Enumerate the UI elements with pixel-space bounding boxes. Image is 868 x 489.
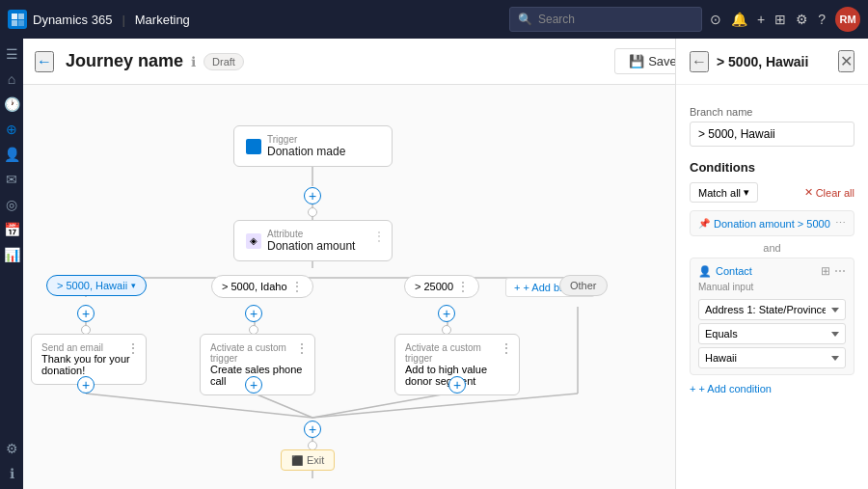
attribute-title: Donation amount [267, 239, 355, 253]
and-separator: and [690, 242, 854, 254]
menu-icon[interactable]: ☰ [6, 46, 18, 62]
branch-25000-more[interactable]: ⋮ [457, 280, 469, 293]
exit-icon: ⬛ [291, 455, 303, 466]
branch-hawaii-chevron: ▾ [131, 281, 136, 290]
plus-icon[interactable]: + [757, 12, 765, 27]
add-below-segment[interactable]: + [448, 376, 466, 394]
app-name: Dynamics 365 [33, 13, 112, 27]
action-email-more[interactable]: ⋮ [126, 340, 140, 356]
contacts-icon[interactable]: 👤 [4, 147, 20, 162]
analytics-icon[interactable]: 📊 [4, 247, 20, 262]
svg-rect-0 [12, 14, 17, 19]
sub-condition-contact: 👤 Contact ⊞ ⋯ Manual input Address 1: St… [690, 258, 854, 375]
panel-close-button[interactable]: ✕ [838, 50, 854, 72]
filter-icon[interactable]: ⊞ [774, 12, 786, 27]
calendar-icon[interactable]: 📅 [4, 222, 20, 237]
panel-title: > 5000, Hawaii [717, 54, 808, 69]
top-nav: Dynamics 365 | Marketing 🔍 Search ⊙ 🔔 + … [0, 0, 868, 39]
journey-icon[interactable]: ⊕ [6, 122, 17, 137]
attribute-label: Attribute [267, 229, 355, 239]
clear-all-button[interactable]: ✕ Clear all [804, 186, 854, 199]
attribute-node[interactable]: ◈ Attribute Donation amount ⋮ [233, 220, 393, 261]
branch-25000-label: > 25000 [415, 281, 453, 292]
dynamics-icon [8, 10, 27, 29]
app-logo: Dynamics 365 | Marketing [8, 10, 190, 29]
help-icon[interactable]: ? [818, 12, 826, 27]
action-email-type: Send an email [41, 342, 136, 353]
branch-name-input[interactable] [690, 122, 854, 147]
add-after-trigger[interactable]: + [304, 187, 321, 204]
add-under-b3[interactable]: + [438, 305, 455, 322]
home-icon[interactable]: ⌂ [8, 71, 15, 87]
svg-line-18 [86, 394, 312, 418]
action-phone-type: Activate a custom trigger [210, 342, 305, 364]
bell-icon[interactable]: 🔔 [731, 12, 747, 27]
trigger-title: Donation made [267, 145, 345, 158]
add-converge[interactable]: + [304, 421, 321, 438]
branch-idaho[interactable]: > 5000, Idaho ⋮ [211, 275, 313, 298]
sub-cond-header: 👤 Contact ⊞ ⋯ [698, 264, 846, 278]
condition-1-link[interactable]: 📌 Donation amount > 5000 ⋯ [698, 217, 846, 230]
panel-header: ← > 5000, Hawaii ✕ [676, 39, 868, 85]
panel-body: Branch name Conditions Match all ▾ ✕ Cle… [676, 85, 868, 406]
page-title: Journey name [66, 51, 183, 71]
condition-1-more[interactable]: ⋯ [835, 217, 846, 230]
target-icon[interactable]: ⊙ [710, 12, 721, 27]
info-icon[interactable]: ℹ [10, 466, 14, 481]
branch-hawaii[interactable]: > 5000, Hawaii ▾ [46, 275, 147, 296]
action-segment-type: Activate a custom trigger [405, 342, 509, 364]
svg-line-19 [255, 394, 312, 418]
exit-label: Exit [307, 454, 324, 466]
avatar[interactable]: RM [835, 7, 860, 32]
equals-select[interactable]: Equals [698, 323, 846, 344]
sub-cond-more[interactable]: ⋯ [834, 264, 846, 278]
info-circle-icon: ℹ [191, 54, 196, 69]
manual-input-label: Manual input [698, 282, 846, 292]
branch-hawaii-label: > 5000, Hawaii [57, 280, 127, 291]
branch-other[interactable]: Other [559, 275, 608, 296]
segment-icon[interactable]: ◎ [6, 197, 17, 212]
branch-25000[interactable]: > 25000 ⋮ [404, 275, 479, 298]
search-placeholder: Search [538, 13, 575, 26]
save-icon: 💾 [629, 54, 644, 68]
svg-line-20 [312, 394, 448, 418]
svg-rect-3 [18, 20, 24, 26]
state-province-select[interactable]: Address 1: State/Province [698, 299, 846, 320]
hawaii-select[interactable]: Hawaii [698, 347, 846, 368]
sub-cond-grid-icon[interactable]: ⊞ [821, 264, 830, 278]
action-phone-more[interactable]: ⋮ [295, 340, 309, 356]
email-icon[interactable]: ✉ [6, 172, 17, 187]
match-all-button[interactable]: Match all ▾ [690, 182, 758, 203]
conditions-title: Conditions [690, 160, 854, 175]
add-condition-icon: + [690, 383, 695, 394]
back-button[interactable]: ← [35, 51, 54, 72]
add-below-email[interactable]: + [77, 376, 95, 394]
exit-node: ⬛ Exit [281, 449, 335, 471]
attribute-more[interactable]: ⋮ [372, 229, 386, 244]
trigger-label: Trigger [267, 134, 345, 145]
settings-icon[interactable]: ⚙ [796, 12, 808, 27]
conditions-header: Match all ▾ ✕ Clear all [690, 182, 854, 203]
left-sidebar: ☰ ⌂ 🕐 ⊕ 👤 ✉ ◎ 📅 📊 ⚙ ℹ [0, 39, 23, 489]
action-segment-more[interactable]: ⋮ [500, 340, 513, 356]
clear-icon: ✕ [804, 186, 813, 199]
branch-other-label: Other [570, 280, 597, 291]
add-condition-button[interactable]: + + Add condition [690, 383, 772, 394]
trigger-node[interactable]: Trigger Donation made [233, 125, 393, 167]
search-bar[interactable]: 🔍 Search [509, 7, 702, 32]
branch-idaho-more[interactable]: ⋮ [291, 280, 303, 293]
svg-line-22 [312, 394, 578, 418]
status-badge: Draft [203, 53, 244, 70]
panel-back-button[interactable]: ← [690, 51, 709, 72]
branch-detail-panel: ← > 5000, Hawaii ✕ Branch name Condition… [675, 39, 868, 489]
branch-name-label: Branch name [690, 106, 854, 118]
add-below-phone[interactable]: + [245, 376, 262, 394]
svg-rect-2 [12, 20, 17, 26]
module-name: Marketing [135, 13, 190, 27]
add-under-b1[interactable]: + [77, 305, 95, 322]
add-under-b2[interactable]: + [245, 305, 262, 322]
recent-icon[interactable]: 🕐 [4, 96, 20, 112]
settings2-icon[interactable]: ⚙ [6, 441, 18, 456]
condition-1: 📌 Donation amount > 5000 ⋯ [690, 210, 854, 236]
svg-rect-1 [18, 14, 24, 19]
